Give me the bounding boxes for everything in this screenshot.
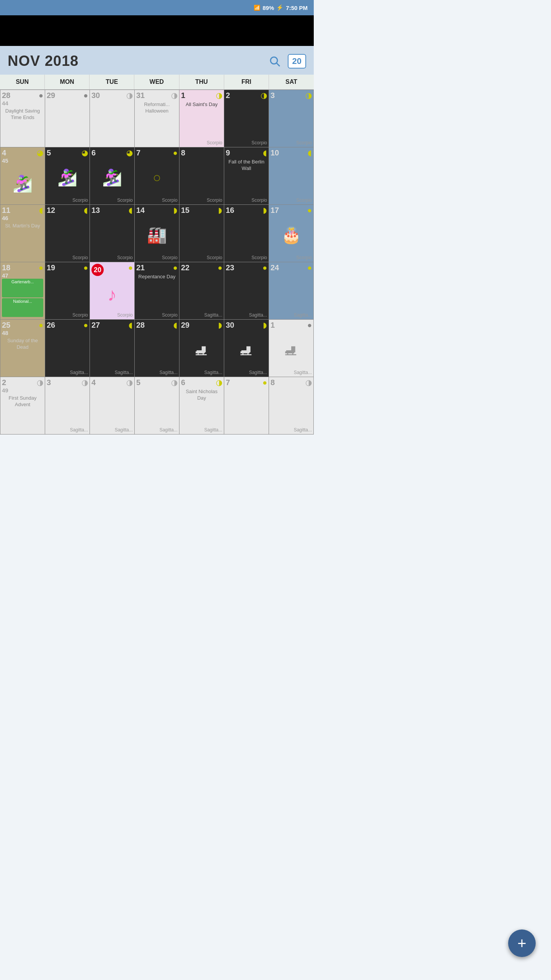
cell-top-row: 27◖ [91,321,133,329]
calendar-cell[interactable]: 20●♪Scorpio [90,262,135,320]
calendar-cell[interactable]: 16◗Scorpio [224,205,269,262]
calendar-cell[interactable]: 23●Sagitta... [224,262,269,320]
calendar-cell[interactable]: 18●47Gartenarb...National... [0,262,45,320]
calendar-cell[interactable]: 19●Scorpio [45,262,90,320]
calendar-cell[interactable]: 10◖Scorpio [269,147,314,205]
cell-top-row: 3◑ [271,91,312,99]
cell-top-row: 24● [271,264,312,271]
cell-emoji: 🏂 [2,164,43,203]
calendar-cell[interactable]: 13◖Scorpio [90,205,135,262]
cell-date: 21 [136,264,145,271]
calendar-cell[interactable]: 15◗Scorpio [179,205,224,262]
moon-phase-icon: ● [83,321,88,329]
moon-phase-icon: ◖ [129,321,133,329]
calendar-cell[interactable]: 31◑Reformati... Halloween [135,90,179,147]
cell-top-row: 16◗ [226,206,267,214]
calendar-cell[interactable]: 29◗⛸Sagitta... [179,320,224,377]
calendar-cell[interactable]: 29● [45,90,90,147]
cell-date: 7 [136,149,140,157]
moon-phase-icon: ◑ [216,379,222,386]
moon-phase-icon: ◕ [37,149,43,157]
calendar-cell[interactable]: 24●Sagitta... [269,262,314,320]
calendar-cell[interactable]: 5◕🏂Scorpio [45,147,90,205]
cell-top-row: 23● [226,264,267,271]
calendar-cell[interactable]: 21●Repentance DayScorpio [135,262,179,320]
signal-icon: 📶 [254,5,260,11]
zodiac-sign: Scorpio [226,198,267,203]
zodiac-sign: Scorpio [91,255,133,260]
day-header-thu: THU [179,75,224,89]
calendar-cell[interactable]: 27◖Sagitta... [90,320,135,377]
moon-phase-icon: ◑ [171,91,178,99]
zodiac-sign: Scorpio [271,198,312,203]
calendar-cell[interactable]: 30◗⛸Sagitta... [224,320,269,377]
calendar-cell[interactable]: 6◑Saint Nicholas DaySagitta... [179,377,224,434]
zodiac-sign: Scorpio [136,312,178,318]
zodiac-sign: Sagitta... [226,370,267,375]
cell-date: 1 [271,321,275,329]
calendar-cell[interactable]: 22●Sagitta... [179,262,224,320]
calendar-cell[interactable]: 4◑Sagitta... [90,377,135,434]
zodiac-sign: Sagitta... [271,370,312,375]
moon-phase-icon: ◑ [126,379,133,386]
cell-top-row: 28◖ [136,321,178,329]
calendar-grid: 28●44Daylight Saving Time Ends29●30◑31◑R… [0,90,314,434]
event-badge-2: National... [2,298,43,317]
moon-phase-icon: ● [128,264,133,271]
cell-top-row: 7● [136,149,178,157]
calendar-cell[interactable]: 30◑ [90,90,135,147]
cell-date: 29 [47,91,55,99]
moon-phase-icon: ◑ [126,91,133,99]
calendar-cell[interactable]: 9◖Fall of the Berlin WallScorpio [224,147,269,205]
calendar-cell[interactable]: 12◖Scorpio [45,205,90,262]
cell-emoji: ⛸ [271,330,312,370]
cell-date: 3 [47,379,51,386]
black-banner [0,15,314,46]
calendar-cell[interactable]: 2◑49First Sunday Advent [0,377,45,434]
zodiac-sign: Sagitta... [91,427,133,433]
today-button[interactable]: 20 [288,54,306,69]
zodiac-sign: Scorpio [181,140,222,145]
calendar-cell[interactable]: 8◑Sagitta... [269,377,314,434]
cell-date: 30 [226,321,234,329]
calendar-header: NOV 2018 20 [0,46,314,75]
calendar-cell[interactable]: 14◗🏭Scorpio [135,205,179,262]
week-number: 49 [2,387,43,394]
cell-event-text: All Saint's Day [181,101,222,140]
calendar-cell[interactable]: 3◑Sagitta... [45,377,90,434]
calendar-cell[interactable]: 1◑All Saint's DayScorpio [179,90,224,147]
zodiac-sign: Scorpio [226,255,267,260]
cell-top-row: 1◑ [181,91,222,99]
calendar-cell[interactable]: 6◕🏂Scorpio [90,147,135,205]
calendar-cell[interactable]: 8Scorpio [179,147,224,205]
calendar-cell[interactable]: 28◖Sagitta... [135,320,179,377]
cell-date: 4 [91,379,96,386]
moon-phase-icon: ◑ [305,379,312,386]
moon-phase-icon: ● [173,149,178,157]
moon-phase-icon: ● [39,264,43,271]
cell-date: 2 [2,379,6,386]
cell-emoji: 🏂 [91,157,133,198]
calendar-cell[interactable]: 1●⛸Sagitta... [269,320,314,377]
calendar-cell[interactable]: 26●Sagitta... [45,320,90,377]
zodiac-sign: Sagitta... [47,427,88,433]
calendar-cell[interactable]: 2◑Scorpio [224,90,269,147]
cell-date: 3 [271,91,275,99]
calendar-cell[interactable]: 5◑Sagitta... [135,377,179,434]
calendar-cell[interactable]: 3◑Scorpio [269,90,314,147]
calendar-cell[interactable]: 4◕45🏂 [0,147,45,205]
calendar-cell[interactable]: 11◖46St. Martin's Day [0,205,45,262]
calendar-cell[interactable]: 28●44Daylight Saving Time Ends [0,90,45,147]
cell-top-row: 30◗ [226,321,267,329]
calendar-cell[interactable]: 7● [224,377,269,434]
calendar-cell[interactable]: 25●48Sunday of the Dead [0,320,45,377]
calendar-cell[interactable]: 17●🎂Scorpio [269,205,314,262]
cell-top-row: 4◕ [2,149,43,157]
calendar-cell[interactable]: 7●○Scorpio [135,147,179,205]
cell-date: 8 [271,379,275,386]
cell-event-text: Daylight Saving Time Ends [2,108,43,145]
cell-date: 28 [2,91,10,99]
cell-top-row: 2◑ [226,91,267,99]
cell-date: 5 [136,379,140,386]
search-button[interactable] [269,55,281,67]
